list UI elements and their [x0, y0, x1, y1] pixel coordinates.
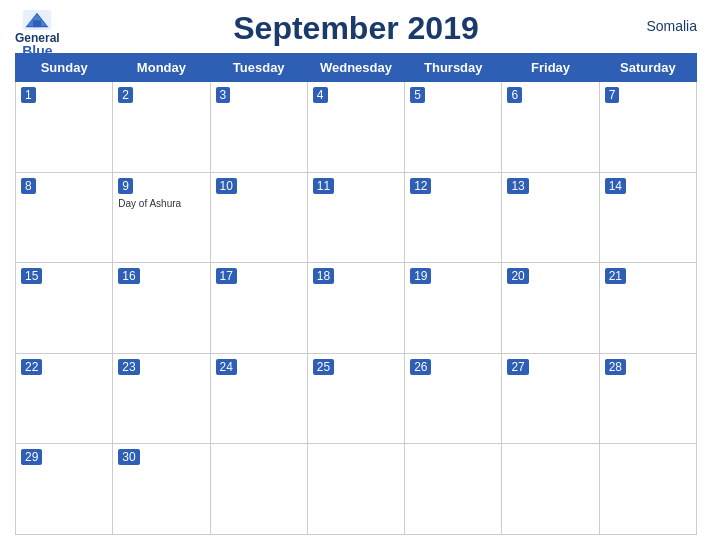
day-number: 17	[216, 268, 237, 284]
header-monday: Monday	[113, 54, 210, 82]
country-label: Somalia	[646, 18, 697, 34]
day-cell: 15	[16, 263, 113, 354]
day-cell: 4	[307, 82, 404, 173]
day-cell: 20	[502, 263, 599, 354]
day-number: 25	[313, 359, 334, 375]
header-thursday: Thursday	[405, 54, 502, 82]
day-number: 7	[605, 87, 620, 103]
day-cell: 10	[210, 172, 307, 263]
day-cell	[502, 444, 599, 535]
day-cell	[307, 444, 404, 535]
day-number: 5	[410, 87, 425, 103]
header-friday: Friday	[502, 54, 599, 82]
day-number: 24	[216, 359, 237, 375]
day-cell: 21	[599, 263, 696, 354]
day-cell: 26	[405, 353, 502, 444]
day-cell: 11	[307, 172, 404, 263]
day-cell: 8	[16, 172, 113, 263]
day-number: 26	[410, 359, 431, 375]
day-number: 18	[313, 268, 334, 284]
day-number: 30	[118, 449, 139, 465]
header-tuesday: Tuesday	[210, 54, 307, 82]
day-cell: 9Day of Ashura	[113, 172, 210, 263]
day-number: 12	[410, 178, 431, 194]
week-row-5: 2930	[16, 444, 697, 535]
day-number: 8	[21, 178, 36, 194]
day-cell	[599, 444, 696, 535]
day-number: 28	[605, 359, 626, 375]
weekday-header-row: Sunday Monday Tuesday Wednesday Thursday…	[16, 54, 697, 82]
day-cell: 24	[210, 353, 307, 444]
day-cell: 19	[405, 263, 502, 354]
week-row-1: 1234567	[16, 82, 697, 173]
logo-icon	[22, 10, 52, 30]
calendar-body: 123456789Day of Ashura101112131415161718…	[16, 82, 697, 535]
day-cell	[210, 444, 307, 535]
calendar-wrapper: General Blue September 2019 Somalia Sund…	[0, 0, 712, 550]
day-number: 13	[507, 178, 528, 194]
header-saturday: Saturday	[599, 54, 696, 82]
day-cell: 29	[16, 444, 113, 535]
header-wednesday: Wednesday	[307, 54, 404, 82]
day-number: 14	[605, 178, 626, 194]
day-cell: 17	[210, 263, 307, 354]
day-cell: 23	[113, 353, 210, 444]
day-cell: 27	[502, 353, 599, 444]
day-cell: 7	[599, 82, 696, 173]
day-number: 20	[507, 268, 528, 284]
day-number: 16	[118, 268, 139, 284]
calendar-title: September 2019	[233, 10, 478, 47]
day-number: 23	[118, 359, 139, 375]
day-number: 11	[313, 178, 334, 194]
day-cell: 13	[502, 172, 599, 263]
holiday-name: Day of Ashura	[118, 198, 204, 209]
day-cell: 16	[113, 263, 210, 354]
day-cell: 28	[599, 353, 696, 444]
day-cell: 6	[502, 82, 599, 173]
day-number: 15	[21, 268, 42, 284]
day-cell: 14	[599, 172, 696, 263]
day-cell: 12	[405, 172, 502, 263]
logo-blue-text: Blue	[22, 44, 52, 58]
day-cell: 30	[113, 444, 210, 535]
calendar-header: General Blue September 2019 Somalia	[15, 10, 697, 47]
logo: General Blue	[15, 10, 60, 58]
calendar-table: Sunday Monday Tuesday Wednesday Thursday…	[15, 53, 697, 535]
day-number: 2	[118, 87, 133, 103]
day-cell: 25	[307, 353, 404, 444]
day-number: 4	[313, 87, 328, 103]
day-number: 3	[216, 87, 231, 103]
day-number: 29	[21, 449, 42, 465]
day-number: 9	[118, 178, 133, 194]
day-number: 19	[410, 268, 431, 284]
day-number: 27	[507, 359, 528, 375]
day-cell: 2	[113, 82, 210, 173]
day-cell: 22	[16, 353, 113, 444]
day-number: 22	[21, 359, 42, 375]
day-number: 1	[21, 87, 36, 103]
day-number: 10	[216, 178, 237, 194]
week-row-2: 89Day of Ashura1011121314	[16, 172, 697, 263]
week-row-3: 15161718192021	[16, 263, 697, 354]
day-number: 6	[507, 87, 522, 103]
svg-rect-3	[33, 20, 41, 27]
week-row-4: 22232425262728	[16, 353, 697, 444]
day-cell: 5	[405, 82, 502, 173]
day-cell: 3	[210, 82, 307, 173]
day-cell: 1	[16, 82, 113, 173]
day-number: 21	[605, 268, 626, 284]
day-cell	[405, 444, 502, 535]
day-cell: 18	[307, 263, 404, 354]
